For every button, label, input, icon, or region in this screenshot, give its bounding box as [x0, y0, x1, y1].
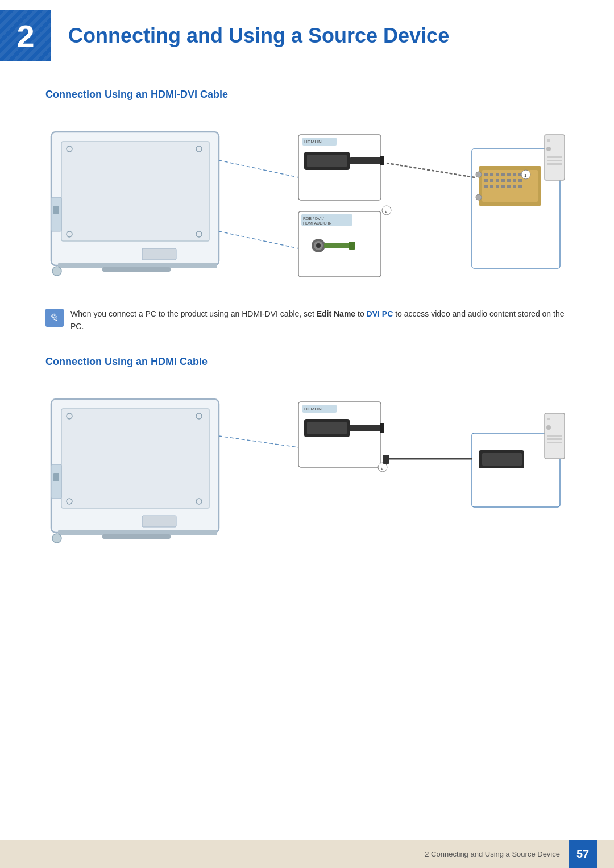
page-header: 2 Connecting and Using a Source Device [0, 0, 614, 72]
note-text: When you connect a PC to the product usi… [70, 308, 569, 333]
note-box: ✎ When you connect a PC to the product u… [45, 308, 569, 333]
chapter-number-box: 2 [0, 10, 51, 61]
svg-rect-93 [482, 453, 522, 466]
svg-rect-70 [61, 409, 209, 508]
diagram-hdmi-dvi: HDMI IN RGB / DVI / HDMI AUDIO IN [45, 118, 569, 296]
svg-text:RGB / DVI /: RGB / DVI / [303, 217, 324, 221]
svg-rect-87 [350, 425, 381, 431]
svg-rect-88 [380, 423, 384, 433]
svg-text:2: 2 [385, 209, 388, 214]
svg-rect-47 [484, 185, 488, 188]
section-hdmi-dvi: Connection Using an HDMI-DVI Cable [45, 89, 569, 333]
svg-text:HDMI AUDIO IN: HDMI AUDIO IN [303, 221, 332, 225]
svg-rect-1 [61, 142, 209, 241]
svg-rect-60 [547, 139, 550, 142]
note-text-before: When you connect a PC to the product usi… [70, 309, 317, 318]
svg-rect-37 [507, 173, 511, 176]
svg-rect-78 [53, 473, 59, 481]
svg-point-11 [52, 267, 61, 276]
svg-rect-19 [350, 157, 381, 164]
svg-rect-10 [142, 248, 176, 260]
svg-rect-49 [496, 185, 499, 188]
svg-rect-51 [507, 185, 511, 188]
section-hdmi: Connection Using an HDMI Cable [45, 356, 569, 563]
svg-rect-48 [490, 185, 493, 188]
svg-rect-62 [547, 156, 562, 158]
svg-rect-33 [484, 173, 488, 176]
svg-rect-3 [102, 267, 171, 272]
svg-rect-29 [349, 242, 355, 250]
svg-rect-18 [307, 155, 347, 167]
svg-rect-72 [102, 534, 171, 539]
svg-rect-45 [513, 179, 516, 182]
svg-rect-40 [484, 179, 488, 182]
svg-rect-36 [501, 173, 505, 176]
svg-rect-35 [496, 173, 499, 176]
svg-rect-28 [324, 243, 350, 248]
svg-point-27 [316, 243, 321, 248]
diagram-hdmi: HDMI IN 2 [45, 385, 569, 563]
svg-point-54 [476, 172, 482, 177]
svg-rect-9 [53, 206, 59, 214]
svg-rect-97 [547, 435, 562, 437]
footer-text: 2 Connecting and Using a Source Device [425, 850, 560, 858]
svg-rect-43 [501, 179, 505, 182]
note-text-middle: to [355, 309, 366, 318]
svg-rect-20 [380, 156, 384, 165]
section-title-hdmi-dvi: Connection Using an HDMI-DVI Cable [45, 89, 569, 101]
svg-point-96 [546, 425, 551, 430]
chapter-title: Connecting and Using a Source Device [68, 24, 449, 48]
svg-text:2: 2 [381, 466, 384, 471]
svg-rect-95 [547, 418, 550, 420]
svg-rect-86 [307, 422, 347, 434]
svg-rect-34 [490, 173, 493, 176]
svg-rect-63 [547, 160, 562, 161]
note-icon: ✎ [45, 309, 64, 327]
svg-rect-99 [547, 442, 562, 443]
svg-rect-46 [518, 179, 522, 182]
note-edit-name: Edit Name [317, 309, 355, 318]
svg-rect-44 [507, 179, 511, 182]
section-title-hdmi: Connection Using an HDMI Cable [45, 356, 569, 368]
svg-rect-38 [513, 173, 516, 176]
svg-line-12 [219, 160, 298, 177]
svg-rect-64 [547, 163, 562, 165]
svg-text:HDMI IN: HDMI IN [304, 406, 322, 412]
svg-line-81 [219, 436, 298, 447]
svg-line-13 [219, 231, 298, 248]
footer: 2 Connecting and Using a Source Device 5… [0, 840, 614, 868]
svg-rect-53 [518, 185, 522, 188]
content-area: Connection Using an HDMI-DVI Cable [0, 89, 614, 563]
svg-rect-79 [142, 516, 176, 527]
svg-rect-52 [513, 185, 516, 188]
svg-text:1: 1 [524, 173, 527, 178]
svg-point-55 [476, 194, 482, 200]
svg-rect-101 [383, 455, 389, 464]
svg-rect-98 [547, 438, 562, 440]
svg-text:HDMI IN: HDMI IN [304, 139, 322, 144]
svg-rect-41 [490, 179, 493, 182]
svg-line-56 [387, 163, 475, 177]
note-dvi-pc: DVI PC [367, 309, 393, 318]
svg-point-61 [546, 147, 551, 151]
svg-text:✎: ✎ [49, 312, 59, 324]
svg-rect-42 [496, 179, 499, 182]
footer-page-number: 57 [569, 840, 597, 868]
chapter-number: 2 [16, 18, 34, 55]
svg-rect-50 [501, 185, 505, 188]
svg-point-80 [52, 534, 61, 543]
